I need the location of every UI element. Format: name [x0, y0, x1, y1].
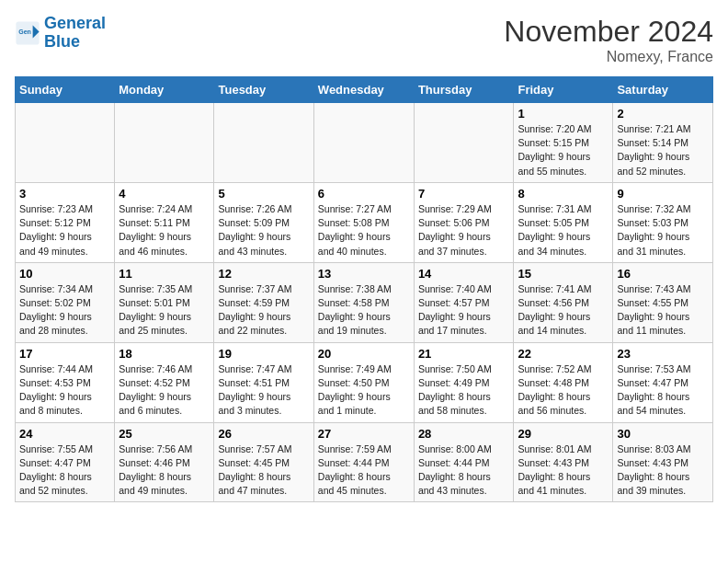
day-number: 7	[418, 187, 510, 201]
day-info: Sunrise: 7:56 AMSunset: 4:46 PMDaylight:…	[119, 442, 210, 499]
day-info: Sunrise: 7:52 AMSunset: 4:48 PMDaylight:…	[518, 362, 609, 419]
day-info: Sunrise: 7:32 AMSunset: 5:03 PMDaylight:…	[617, 202, 709, 259]
day-number: 5	[218, 187, 309, 201]
week-row-4: 17Sunrise: 7:44 AMSunset: 4:53 PMDayligh…	[16, 342, 713, 422]
day-number: 23	[617, 347, 709, 361]
calendar-cell	[16, 103, 115, 183]
page-header: Gen General Blue November 2024 Nomexy, F…	[15, 15, 713, 65]
calendar-table: SundayMondayTuesdayWednesdayThursdayFrid…	[15, 76, 713, 502]
day-number: 4	[119, 187, 210, 201]
day-info: Sunrise: 7:26 AMSunset: 5:09 PMDaylight:…	[218, 202, 309, 259]
day-info: Sunrise: 7:47 AMSunset: 4:51 PMDaylight:…	[218, 362, 309, 419]
calendar-cell: 1Sunrise: 7:20 AMSunset: 5:15 PMDaylight…	[514, 103, 613, 183]
calendar-cell: 18Sunrise: 7:46 AMSunset: 4:52 PMDayligh…	[115, 342, 214, 422]
svg-text:Gen: Gen	[18, 29, 31, 35]
day-info: Sunrise: 8:03 AMSunset: 4:43 PMDaylight:…	[617, 442, 709, 499]
day-number: 14	[418, 267, 510, 281]
calendar-cell: 23Sunrise: 7:53 AMSunset: 4:47 PMDayligh…	[613, 342, 713, 422]
week-row-2: 3Sunrise: 7:23 AMSunset: 5:12 PMDaylight…	[16, 182, 713, 262]
calendar-cell: 8Sunrise: 7:31 AMSunset: 5:05 PMDaylight…	[514, 182, 613, 262]
day-info: Sunrise: 7:34 AMSunset: 5:02 PMDaylight:…	[19, 282, 110, 339]
day-number: 20	[318, 347, 410, 361]
calendar-cell: 26Sunrise: 7:57 AMSunset: 4:45 PMDayligh…	[214, 422, 313, 502]
day-number: 17	[19, 347, 110, 361]
calendar-cell: 11Sunrise: 7:35 AMSunset: 5:01 PMDayligh…	[115, 262, 214, 342]
day-info: Sunrise: 7:46 AMSunset: 4:52 PMDaylight:…	[119, 362, 210, 419]
day-number: 6	[318, 187, 410, 201]
day-info: Sunrise: 7:40 AMSunset: 4:57 PMDaylight:…	[418, 282, 510, 339]
day-info: Sunrise: 7:20 AMSunset: 5:15 PMDaylight:…	[518, 122, 609, 178]
day-number: 21	[418, 347, 510, 361]
day-info: Sunrise: 7:44 AMSunset: 4:53 PMDaylight:…	[19, 362, 110, 419]
title-area: November 2024 Nomexy, France	[504, 15, 713, 65]
calendar-cell: 5Sunrise: 7:26 AMSunset: 5:09 PMDaylight…	[214, 182, 313, 262]
day-info: Sunrise: 7:43 AMSunset: 4:55 PMDaylight:…	[617, 282, 709, 339]
calendar-cell: 14Sunrise: 7:40 AMSunset: 4:57 PMDayligh…	[414, 262, 514, 342]
week-row-3: 10Sunrise: 7:34 AMSunset: 5:02 PMDayligh…	[16, 262, 713, 342]
logo-line1: General	[44, 14, 106, 32]
calendar-cell: 4Sunrise: 7:24 AMSunset: 5:11 PMDaylight…	[115, 182, 214, 262]
day-number: 12	[218, 267, 309, 281]
day-number: 10	[19, 267, 110, 281]
day-number: 29	[518, 427, 609, 441]
calendar-cell: 28Sunrise: 8:00 AMSunset: 4:44 PMDayligh…	[414, 422, 514, 502]
day-info: Sunrise: 7:41 AMSunset: 4:56 PMDaylight:…	[518, 282, 609, 339]
day-info: Sunrise: 7:38 AMSunset: 4:58 PMDaylight:…	[318, 282, 410, 339]
day-info: Sunrise: 7:55 AMSunset: 4:47 PMDaylight:…	[19, 442, 110, 499]
calendar-body: 1Sunrise: 7:20 AMSunset: 5:15 PMDaylight…	[16, 103, 713, 502]
calendar-cell: 20Sunrise: 7:49 AMSunset: 4:50 PMDayligh…	[313, 342, 414, 422]
header-wednesday: Wednesday	[313, 77, 414, 103]
calendar-cell: 6Sunrise: 7:27 AMSunset: 5:08 PMDaylight…	[313, 182, 414, 262]
day-info: Sunrise: 7:59 AMSunset: 4:44 PMDaylight:…	[318, 442, 410, 499]
day-info: Sunrise: 7:23 AMSunset: 5:12 PMDaylight:…	[19, 202, 110, 259]
calendar-cell: 10Sunrise: 7:34 AMSunset: 5:02 PMDayligh…	[16, 262, 115, 342]
header-sunday: Sunday	[16, 77, 115, 103]
calendar-cell: 12Sunrise: 7:37 AMSunset: 4:59 PMDayligh…	[214, 262, 313, 342]
day-number: 13	[318, 267, 410, 281]
calendar-cell: 13Sunrise: 7:38 AMSunset: 4:58 PMDayligh…	[313, 262, 414, 342]
calendar-cell: 16Sunrise: 7:43 AMSunset: 4:55 PMDayligh…	[613, 262, 713, 342]
day-number: 24	[19, 427, 110, 441]
day-number: 19	[218, 347, 309, 361]
day-number: 9	[617, 187, 709, 201]
day-info: Sunrise: 8:00 AMSunset: 4:44 PMDaylight:…	[418, 442, 510, 499]
day-info: Sunrise: 7:50 AMSunset: 4:49 PMDaylight:…	[418, 362, 510, 419]
day-number: 28	[418, 427, 510, 441]
month-title: November 2024	[504, 15, 713, 49]
logo-line2: Blue	[44, 32, 80, 51]
calendar-cell: 9Sunrise: 7:32 AMSunset: 5:03 PMDaylight…	[613, 182, 713, 262]
calendar-cell: 25Sunrise: 7:56 AMSunset: 4:46 PMDayligh…	[115, 422, 214, 502]
day-info: Sunrise: 7:35 AMSunset: 5:01 PMDaylight:…	[119, 282, 210, 339]
week-row-1: 1Sunrise: 7:20 AMSunset: 5:15 PMDaylight…	[16, 103, 713, 183]
logo: Gen General Blue	[15, 15, 106, 52]
day-number: 1	[518, 107, 609, 121]
header-saturday: Saturday	[613, 77, 713, 103]
day-number: 26	[218, 427, 309, 441]
logo-text: General Blue	[44, 15, 106, 52]
calendar-cell: 3Sunrise: 7:23 AMSunset: 5:12 PMDaylight…	[16, 182, 115, 262]
calendar-header-row: SundayMondayTuesdayWednesdayThursdayFrid…	[16, 77, 713, 103]
day-number: 16	[617, 267, 709, 281]
calendar-cell: 2Sunrise: 7:21 AMSunset: 5:14 PMDaylight…	[613, 103, 713, 183]
calendar-cell	[115, 103, 214, 183]
day-number: 2	[617, 107, 709, 121]
header-friday: Friday	[514, 77, 613, 103]
day-number: 3	[19, 187, 110, 201]
day-number: 8	[518, 187, 609, 201]
calendar-cell: 27Sunrise: 7:59 AMSunset: 4:44 PMDayligh…	[313, 422, 414, 502]
calendar-cell: 17Sunrise: 7:44 AMSunset: 4:53 PMDayligh…	[16, 342, 115, 422]
calendar-cell: 29Sunrise: 8:01 AMSunset: 4:43 PMDayligh…	[514, 422, 613, 502]
calendar-cell: 21Sunrise: 7:50 AMSunset: 4:49 PMDayligh…	[414, 342, 514, 422]
day-info: Sunrise: 7:27 AMSunset: 5:08 PMDaylight:…	[318, 202, 410, 259]
location: Nomexy, France	[504, 49, 713, 65]
calendar-cell	[313, 103, 414, 183]
day-number: 11	[119, 267, 210, 281]
calendar-cell	[214, 103, 313, 183]
calendar-cell: 7Sunrise: 7:29 AMSunset: 5:06 PMDaylight…	[414, 182, 514, 262]
day-number: 15	[518, 267, 609, 281]
day-info: Sunrise: 8:01 AMSunset: 4:43 PMDaylight:…	[518, 442, 609, 499]
header-tuesday: Tuesday	[214, 77, 313, 103]
logo-icon: Gen	[15, 20, 40, 46]
day-info: Sunrise: 7:29 AMSunset: 5:06 PMDaylight:…	[418, 202, 510, 259]
calendar-cell: 19Sunrise: 7:47 AMSunset: 4:51 PMDayligh…	[214, 342, 313, 422]
